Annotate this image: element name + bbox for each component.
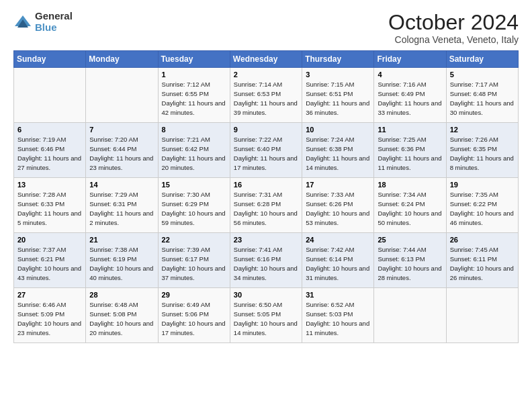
col-friday: Friday [374, 51, 446, 68]
sunrise-text: Sunrise: 7:19 AM [17, 136, 66, 143]
sunset-text: Sunset: 5:08 PM [89, 310, 136, 318]
daylight-text: Daylight: 10 hours and 40 minutes. [89, 265, 153, 281]
cell-w4-d0: 20 Sunrise: 7:37 AM Sunset: 6:21 PM Dayl… [14, 233, 86, 288]
cell-w5-d5 [374, 288, 446, 343]
week-row-3: 13 Sunrise: 7:28 AM Sunset: 6:33 PM Dayl… [14, 178, 519, 233]
sunset-text: Sunset: 6:31 PM [89, 200, 136, 208]
sunset-text: Sunset: 6:11 PM [450, 255, 497, 263]
sunset-text: Sunset: 6:33 PM [17, 200, 64, 208]
daylight-text: Daylight: 11 hours and 8 minutes. [450, 154, 514, 171]
cell-w2-d3: 9 Sunrise: 7:22 AM Sunset: 6:40 PM Dayli… [230, 123, 302, 178]
cell-w2-d0: 6 Sunrise: 7:19 AM Sunset: 6:46 PM Dayli… [14, 123, 86, 178]
daylight-text: Daylight: 11 hours and 27 minutes. [17, 154, 81, 171]
cell-w2-d2: 8 Sunrise: 7:21 AM Sunset: 6:42 PM Dayli… [158, 123, 230, 178]
cell-w4-d1: 21 Sunrise: 7:38 AM Sunset: 6:19 PM Dayl… [86, 233, 158, 288]
sunrise-text: Sunrise: 7:20 AM [89, 136, 138, 143]
day-number: 19 [450, 181, 515, 189]
sunrise-text: Sunrise: 7:38 AM [89, 246, 138, 253]
day-number: 31 [306, 291, 370, 299]
sunrise-text: Sunrise: 6:50 AM [234, 301, 282, 308]
sunset-text: Sunset: 6:53 PM [234, 90, 281, 97]
daylight-text: Daylight: 10 hours and 31 minutes. [306, 265, 369, 281]
logo: General Blue [13, 11, 73, 33]
day-number: 13 [17, 181, 82, 189]
daylight-text: Daylight: 11 hours and 39 minutes. [234, 99, 298, 116]
logo-icon [13, 13, 32, 32]
day-number: 10 [306, 126, 370, 134]
cell-w5-d4: 31 Sunrise: 6:52 AM Sunset: 5:03 PM Dayl… [302, 288, 374, 343]
cell-w5-d2: 29 Sunrise: 6:49 AM Sunset: 5:06 PM Dayl… [158, 288, 230, 343]
daylight-text: Daylight: 11 hours and 11 minutes. [378, 154, 441, 171]
calendar-subtitle: Cologna Veneta, Veneto, Italy [388, 34, 519, 45]
header: General Blue October 2024 Cologna Veneta… [13, 11, 519, 45]
col-sunday: Sunday [14, 51, 86, 68]
sunrise-text: Sunrise: 7:17 AM [450, 81, 498, 88]
daylight-text: Daylight: 11 hours and 20 minutes. [162, 154, 226, 171]
sunset-text: Sunset: 6:26 PM [306, 200, 353, 208]
cell-w1-d4: 3 Sunrise: 7:15 AM Sunset: 6:51 PM Dayli… [302, 68, 374, 123]
day-number: 18 [378, 181, 442, 189]
day-number: 24 [306, 236, 370, 244]
sunrise-text: Sunrise: 7:21 AM [162, 136, 210, 143]
daylight-text: Daylight: 10 hours and 34 minutes. [234, 265, 298, 281]
day-number: 11 [378, 126, 442, 134]
day-number: 29 [162, 291, 226, 299]
day-number: 4 [378, 71, 442, 79]
sunset-text: Sunset: 6:19 PM [89, 255, 136, 263]
day-number: 25 [378, 236, 442, 244]
sunrise-text: Sunrise: 7:16 AM [378, 81, 426, 88]
cell-w3-d2: 15 Sunrise: 7:30 AM Sunset: 6:29 PM Dayl… [158, 178, 230, 233]
sunrise-text: Sunrise: 7:42 AM [306, 246, 354, 253]
daylight-text: Daylight: 10 hours and 37 minutes. [162, 265, 226, 281]
day-number: 15 [162, 181, 226, 189]
sunset-text: Sunset: 6:35 PM [450, 145, 497, 152]
day-number: 21 [89, 236, 154, 244]
daylight-text: Daylight: 10 hours and 28 minutes. [378, 265, 441, 281]
day-number: 8 [162, 126, 226, 134]
col-monday: Monday [86, 51, 158, 68]
daylight-text: Daylight: 10 hours and 14 minutes. [234, 320, 298, 336]
cell-w1-d6: 5 Sunrise: 7:17 AM Sunset: 6:48 PM Dayli… [446, 68, 518, 123]
sunset-text: Sunset: 6:13 PM [378, 255, 425, 263]
cell-w4-d5: 25 Sunrise: 7:44 AM Sunset: 6:13 PM Dayl… [374, 233, 446, 288]
daylight-text: Daylight: 11 hours and 17 minutes. [234, 154, 298, 171]
daylight-text: Daylight: 10 hours and 17 minutes. [162, 320, 226, 336]
sunrise-text: Sunrise: 7:44 AM [378, 246, 426, 253]
day-number: 27 [17, 291, 82, 299]
cell-w3-d5: 18 Sunrise: 7:34 AM Sunset: 6:24 PM Dayl… [374, 178, 446, 233]
cell-w5-d3: 30 Sunrise: 6:50 AM Sunset: 5:05 PM Dayl… [230, 288, 302, 343]
day-number: 9 [234, 126, 298, 134]
cell-w1-d5: 4 Sunrise: 7:16 AM Sunset: 6:49 PM Dayli… [374, 68, 446, 123]
day-number: 6 [17, 126, 82, 134]
daylight-text: Daylight: 11 hours and 2 minutes. [89, 210, 153, 226]
cell-w1-d0 [14, 68, 86, 123]
sunset-text: Sunset: 5:06 PM [162, 310, 209, 318]
cell-w3-d4: 17 Sunrise: 7:33 AM Sunset: 6:26 PM Dayl… [302, 178, 374, 233]
logo-blue: Blue [35, 22, 73, 34]
daylight-text: Daylight: 10 hours and 23 minutes. [17, 320, 81, 336]
sunrise-text: Sunrise: 7:12 AM [162, 81, 210, 88]
cell-w5-d6 [446, 288, 518, 343]
sunset-text: Sunset: 6:55 PM [162, 90, 209, 97]
day-number: 16 [234, 181, 298, 189]
col-thursday: Thursday [302, 51, 374, 68]
sunset-text: Sunset: 5:05 PM [234, 310, 281, 318]
daylight-text: Daylight: 10 hours and 56 minutes. [234, 210, 298, 226]
day-number: 12 [450, 126, 515, 134]
logo-general: General [35, 11, 73, 22]
week-row-5: 27 Sunrise: 6:46 AM Sunset: 5:09 PM Dayl… [14, 288, 519, 343]
col-tuesday: Tuesday [158, 51, 230, 68]
sunrise-text: Sunrise: 7:14 AM [234, 81, 282, 88]
sunset-text: Sunset: 5:09 PM [17, 310, 64, 318]
daylight-text: Daylight: 11 hours and 33 minutes. [378, 99, 441, 116]
cell-w3-d0: 13 Sunrise: 7:28 AM Sunset: 6:33 PM Dayl… [14, 178, 86, 233]
sunrise-text: Sunrise: 7:22 AM [234, 136, 282, 143]
sunset-text: Sunset: 6:38 PM [306, 145, 353, 152]
sunset-text: Sunset: 6:17 PM [162, 255, 209, 263]
cell-w2-d5: 11 Sunrise: 7:25 AM Sunset: 6:36 PM Dayl… [374, 123, 446, 178]
cell-w1-d2: 1 Sunrise: 7:12 AM Sunset: 6:55 PM Dayli… [158, 68, 230, 123]
daylight-text: Daylight: 10 hours and 59 minutes. [162, 210, 226, 226]
sunrise-text: Sunrise: 7:37 AM [17, 246, 66, 253]
cell-w5-d1: 28 Sunrise: 6:48 AM Sunset: 5:08 PM Dayl… [86, 288, 158, 343]
day-number: 28 [89, 291, 154, 299]
